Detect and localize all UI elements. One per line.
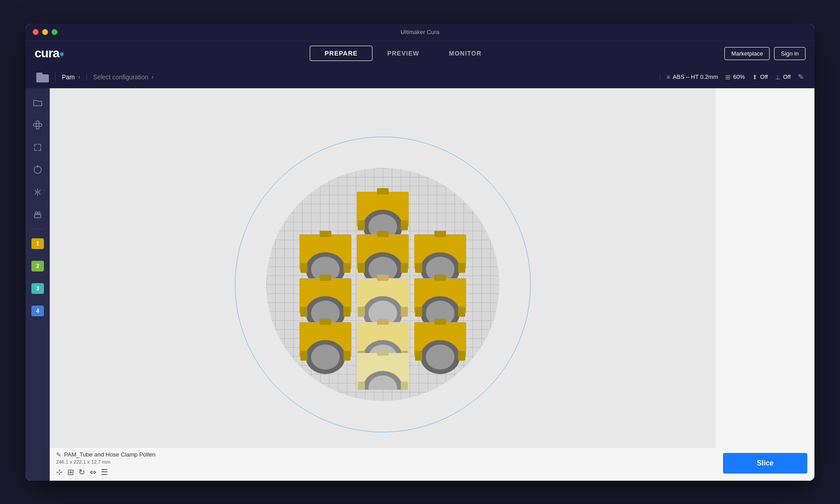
- folder-icon[interactable]: [36, 72, 49, 82]
- app-logo: cura: [35, 46, 64, 60]
- application-window: Ultimaker Cura cura PREPARE PREVIEW MONI…: [26, 24, 814, 481]
- object-dimensions: 246.1 x 222.1 x 12.7 mm: [56, 459, 710, 465]
- sidebar-item-tool2[interactable]: [28, 138, 48, 157]
- svg-rect-72: [401, 382, 408, 390]
- scale-transform-icon[interactable]: ⊞: [67, 467, 74, 477]
- svg-rect-14: [320, 231, 331, 237]
- marketplace-button[interactable]: Marketplace: [724, 47, 770, 60]
- canvas-area[interactable]: ✎ PAM_Tube and Hose Clamp Pollen 246.1 x…: [50, 88, 716, 481]
- svg-rect-0: [36, 121, 39, 129]
- svg-rect-26: [434, 231, 446, 237]
- svg-rect-38: [377, 275, 389, 281]
- rotate-transform-icon[interactable]: ↻: [78, 467, 85, 477]
- scale-icon: [33, 142, 43, 152]
- config-text: Select configuration: [93, 73, 148, 81]
- settings-edit-icon[interactable]: ✎: [798, 73, 804, 81]
- sidebar-item-badge1[interactable]: 1: [28, 234, 48, 254]
- infill-setting[interactable]: ⊞ 60%: [725, 73, 745, 81]
- svg-rect-12: [401, 220, 408, 230]
- subbar: Pam ‹ Select configuration ‹ ≡ ABS – HT …: [26, 66, 814, 88]
- sidebar-item-badge2[interactable]: 2: [28, 256, 48, 276]
- svg-rect-48: [458, 307, 465, 317]
- sidebar-item-badge3[interactable]: 3: [28, 279, 48, 298]
- svg-rect-66: [458, 351, 465, 361]
- object-name-text: PAM_Tube and Hose Clamp Pollen: [64, 451, 156, 458]
- printer-chevron-icon: ‹: [78, 74, 80, 80]
- bottom-info-bar: ✎ PAM_Tube and Hose Clamp Pollen 246.1 x…: [50, 447, 716, 481]
- svg-point-64: [426, 345, 455, 370]
- rotate-icon: [33, 165, 43, 175]
- settings-section: ≡ ABS – HT 0.2mm ⊞ 60% ⬆ Off ⊥ Off ✎: [660, 73, 810, 81]
- svg-rect-56: [377, 319, 389, 325]
- toolbar-right: Marketplace Sign in: [724, 47, 805, 60]
- badge-4: 4: [31, 306, 44, 316]
- move-transform-icon[interactable]: ⊹: [56, 467, 63, 477]
- material-value: ABS – HT 0.2mm: [673, 73, 718, 80]
- support-icon: ⬆: [752, 73, 758, 81]
- sidebar-item-badge4[interactable]: 4: [28, 301, 48, 321]
- adhesion-value: Off: [783, 73, 791, 80]
- per-model-transform-icon[interactable]: ☰: [101, 467, 108, 477]
- support-tool-icon: [33, 210, 43, 220]
- svg-rect-42: [401, 307, 408, 317]
- object-name-row: ✎ PAM_Tube and Hose Clamp Pollen: [56, 451, 710, 458]
- svg-rect-17: [300, 263, 307, 273]
- svg-rect-35: [300, 307, 307, 317]
- svg-rect-11: [358, 220, 365, 230]
- close-button[interactable]: [33, 29, 39, 35]
- adhesion-icon: ⊥: [775, 73, 780, 81]
- svg-rect-50: [320, 319, 331, 325]
- svg-rect-53: [300, 351, 307, 361]
- pencil-icon: ✎: [56, 451, 61, 458]
- printer-section[interactable]: Pam ‹: [56, 73, 87, 81]
- file-section: [30, 72, 56, 82]
- transform-icons: ⊹ ⊞ ↻ ⇔ ☰: [56, 467, 710, 477]
- adhesion-setting[interactable]: ⊥ Off: [775, 73, 791, 81]
- svg-rect-23: [358, 263, 365, 273]
- infill-icon: ⊞: [725, 73, 731, 81]
- nav-tabs: PREPARE PREVIEW MONITOR: [82, 46, 724, 61]
- svg-rect-68: [377, 349, 389, 356]
- model-r4c3: [414, 319, 466, 374]
- config-section[interactable]: Select configuration ‹: [87, 73, 660, 81]
- material-icon: ≡: [667, 73, 670, 81]
- tab-prepare[interactable]: PREPARE: [310, 46, 372, 61]
- open-icon: [33, 98, 43, 108]
- badge-2: 2: [31, 261, 44, 271]
- sidebar: 1 2 3 4: [26, 88, 50, 481]
- svg-rect-29: [415, 263, 422, 273]
- main-toolbar: cura PREPARE PREVIEW MONITOR Marketplace…: [26, 41, 814, 66]
- svg-rect-18: [343, 263, 351, 273]
- sidebar-item-tool5[interactable]: [28, 205, 48, 224]
- tab-monitor[interactable]: MONITOR: [434, 46, 496, 61]
- tab-preview[interactable]: PREVIEW: [372, 46, 434, 61]
- svg-rect-8: [377, 188, 389, 194]
- infill-value: 60%: [733, 73, 745, 80]
- minimize-button[interactable]: [42, 29, 48, 35]
- support-setting[interactable]: ⬆ Off: [752, 73, 768, 81]
- svg-rect-54: [343, 351, 351, 361]
- window-controls: [33, 29, 57, 35]
- logo-text: cura: [35, 46, 59, 60]
- svg-rect-65: [415, 351, 422, 361]
- svg-point-52: [311, 345, 340, 370]
- right-panel-content: [723, 95, 807, 453]
- sidebar-item-tool4[interactable]: [28, 182, 48, 202]
- svg-rect-32: [320, 275, 331, 281]
- sidebar-item-tool3[interactable]: [28, 160, 48, 180]
- svg-rect-47: [415, 307, 422, 317]
- signin-button[interactable]: Sign in: [774, 47, 805, 60]
- right-panel: Slice: [716, 88, 814, 481]
- svg-rect-20: [377, 231, 389, 237]
- main-area: 1 2 3 4: [26, 88, 814, 481]
- material-setting[interactable]: ≡ ABS – HT 0.2mm: [667, 73, 718, 81]
- svg-rect-41: [358, 307, 365, 317]
- mirror-transform-icon[interactable]: ⇔: [90, 467, 96, 477]
- title-bar: Ultimaker Cura: [26, 24, 814, 41]
- move-icon: [33, 120, 43, 130]
- sidebar-item-open[interactable]: [28, 93, 48, 112]
- maximize-button[interactable]: [52, 29, 57, 35]
- window-title: Ultimaker Cura: [401, 29, 440, 35]
- slice-button[interactable]: Slice: [723, 453, 807, 474]
- sidebar-item-tool1[interactable]: [28, 115, 48, 135]
